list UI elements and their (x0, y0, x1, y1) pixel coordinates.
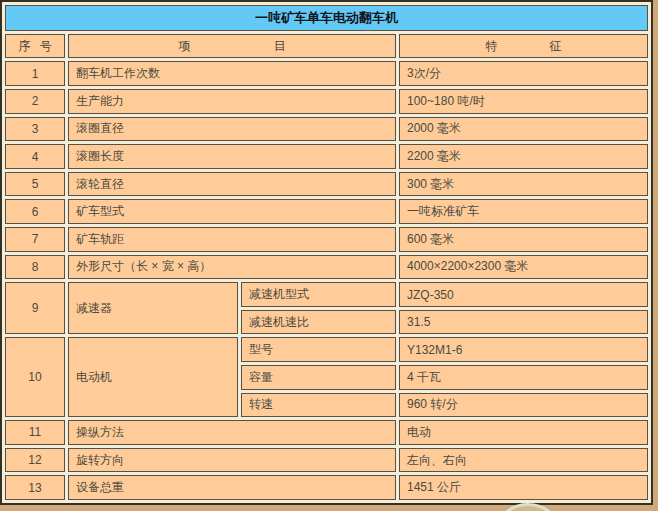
table-row: 1 翻车机工作次数 3次/分 (5, 61, 648, 86)
row-spec-cell: 100~180 吨/时 (399, 89, 648, 114)
row-item-cell: 滚圈直径 (68, 117, 396, 142)
table-row: 11 操纵方法 电动 (5, 420, 648, 445)
row-spec-cell: 2000 毫米 (399, 117, 648, 142)
row-no-cell: 8 (5, 255, 65, 280)
row-no-cell: 1 (5, 61, 65, 86)
row-spec-cell: 600 毫米 (399, 227, 648, 252)
row-no-cell: 9 (5, 282, 65, 334)
row-no-cell: 7 (5, 227, 65, 252)
row-spec-cell: 3次/分 (399, 61, 648, 86)
row-no-cell: 5 (5, 172, 65, 197)
sub-item-cell: 减速机型式 (241, 282, 396, 307)
row-spec-cell: Y132M1-6 (399, 337, 648, 362)
table-row: 5 滚轮直径 300 毫米 (5, 172, 648, 197)
header-no: 序 号 (5, 34, 65, 59)
row-spec-cell: 4 千瓦 (399, 365, 648, 390)
row-item-cell: 旋转方向 (68, 448, 396, 473)
row-no-cell: 12 (5, 448, 65, 473)
page: 一吨矿车单车电动翻车机 序 号 项 目 特 征 1 翻车机工作次数 3次/分 2… (0, 0, 658, 511)
sub-item-cell: 容量 (241, 365, 396, 390)
table-row: 6 矿车型式 一吨标准矿车 (5, 199, 648, 224)
row-spec-cell: 31.5 (399, 310, 648, 335)
row-spec-cell: 960 转/分 (399, 393, 648, 418)
row-spec-cell: 1451 公斤 (399, 475, 648, 500)
row-item-cell: 翻车机工作次数 (68, 61, 396, 86)
table-row: 13 设备总重 1451 公斤 (5, 475, 648, 500)
row-item-cell: 设备总重 (68, 475, 396, 500)
header-item: 项 目 (68, 34, 396, 59)
row-item-cell: 矿车型式 (68, 199, 396, 224)
title-row: 一吨矿车单车电动翻车机 (5, 5, 648, 31)
row-spec-cell: 左向、右向 (399, 448, 648, 473)
row-spec-cell: 2200 毫米 (399, 144, 648, 169)
table-row: 4 滚圈长度 2200 毫米 (5, 144, 648, 169)
table-title: 一吨矿车单车电动翻车机 (5, 5, 648, 31)
sub-item-cell: 减速机速比 (241, 310, 396, 335)
row-item-cell: 外形尺寸（长 × 宽 × 高） (68, 255, 396, 280)
row-no-cell: 4 (5, 144, 65, 169)
row-item-cell: 操纵方法 (68, 420, 396, 445)
row-item-cell: 滚轮直径 (68, 172, 396, 197)
row-no-cell: 6 (5, 199, 65, 224)
table-row: 2 生产能力 100~180 吨/时 (5, 89, 648, 114)
row-spec-cell: JZQ-350 (399, 282, 648, 307)
row-spec-cell: 一吨标准矿车 (399, 199, 648, 224)
spec-table: 一吨矿车单车电动翻车机 序 号 项 目 特 征 1 翻车机工作次数 3次/分 2… (0, 0, 653, 505)
row-no-cell: 2 (5, 89, 65, 114)
table-row: 12 旋转方向 左向、右向 (5, 448, 648, 473)
header-spec: 特 征 (399, 34, 648, 59)
table-row: 9 减速器 减速机型式 JZQ-350 (5, 282, 648, 307)
row-group-cell: 电动机 (68, 337, 238, 417)
row-spec-cell: 电动 (399, 420, 648, 445)
sub-item-cell: 转速 (241, 393, 396, 418)
table-row: 3 滚圈直径 2000 毫米 (5, 117, 648, 142)
row-no-cell: 11 (5, 420, 65, 445)
row-item-cell: 矿车轨距 (68, 227, 396, 252)
table-row: 7 矿车轨距 600 毫米 (5, 227, 648, 252)
row-item-cell: 滚圈长度 (68, 144, 396, 169)
sub-item-cell: 型号 (241, 337, 396, 362)
row-no-cell: 3 (5, 117, 65, 142)
row-group-cell: 减速器 (68, 282, 238, 334)
table-row: 10 电动机 型号 Y132M1-6 (5, 337, 648, 362)
row-no-cell: 10 (5, 337, 65, 417)
header-row: 序 号 项 目 特 征 (5, 34, 648, 59)
row-spec-cell: 4000×2200×2300 毫米 (399, 255, 648, 280)
row-spec-cell: 300 毫米 (399, 172, 648, 197)
table-row: 8 外形尺寸（长 × 宽 × 高） 4000×2200×2300 毫米 (5, 255, 648, 280)
row-no-cell: 13 (5, 475, 65, 500)
row-item-cell: 生产能力 (68, 89, 396, 114)
